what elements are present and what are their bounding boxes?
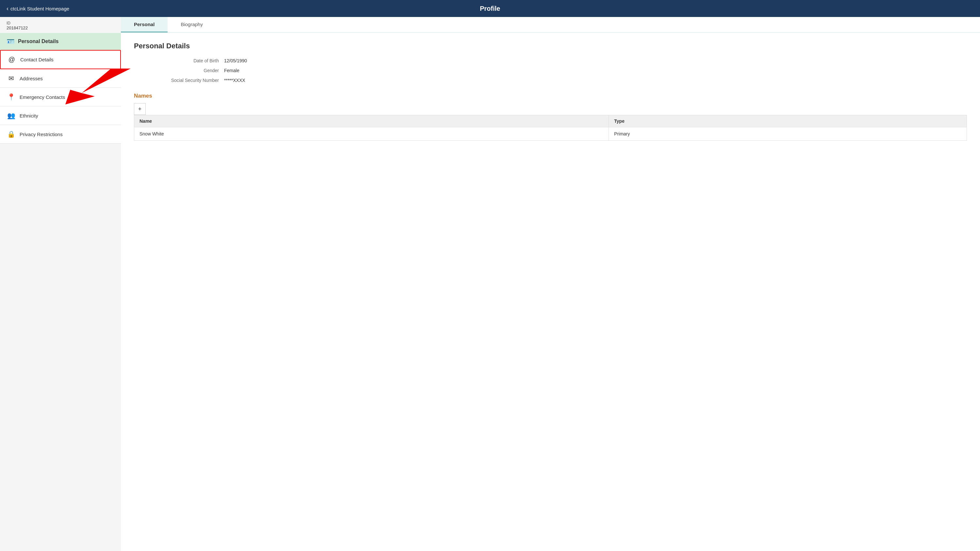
names-heading: Names xyxy=(134,93,967,99)
tab-personal[interactable]: Personal xyxy=(121,17,167,32)
sidebar: ID 201847122 🪪 Personal Details @ Contac… xyxy=(0,17,121,551)
tab-biography[interactable]: Biography xyxy=(167,17,216,32)
table-header-name: Name xyxy=(134,115,609,127)
sidebar-item-label-addresses: Addresses xyxy=(20,76,43,81)
add-name-button[interactable]: + xyxy=(134,103,146,115)
back-label: ctcLink Student Homepage xyxy=(10,6,69,11)
contact-details-icon: @ xyxy=(7,56,16,64)
user-id-section: ID 201847122 xyxy=(0,17,121,33)
sidebar-item-label-emergency-contacts: Emergency Contacts xyxy=(20,94,65,100)
sidebar-section-header: 🪪 Personal Details xyxy=(0,33,121,50)
user-id-value: 201847122 xyxy=(6,25,115,30)
details-grid: Date of Birth 12/05/1990 Gender Female S… xyxy=(134,58,967,83)
content-area: Personal Biography Personal Details Date… xyxy=(121,17,980,551)
emergency-contacts-icon: 📍 xyxy=(6,93,16,101)
detail-value-ssn: *****XXXX xyxy=(224,78,245,83)
detail-value-dob: 12/05/1990 xyxy=(224,58,247,64)
tab-bar: Personal Biography xyxy=(121,17,980,33)
sidebar-item-privacy-restrictions[interactable]: 🔒 Privacy Restrictions xyxy=(0,125,121,144)
names-table: Name Type Snow White Primary xyxy=(134,115,967,141)
top-nav: ‹ ctcLink Student Homepage Profile xyxy=(0,0,980,17)
sidebar-item-ethnicity[interactable]: 👥 Ethnicity xyxy=(0,106,121,125)
sidebar-item-emergency-contacts[interactable]: 📍 Emergency Contacts xyxy=(0,88,121,106)
detail-row-dob: Date of Birth 12/05/1990 xyxy=(134,58,967,64)
sidebar-item-addresses[interactable]: ✉ Addresses xyxy=(0,69,121,88)
back-arrow-icon: ‹ xyxy=(6,5,8,12)
privacy-restrictions-icon: 🔒 xyxy=(6,130,16,138)
table-cell-name: Snow White xyxy=(134,127,609,141)
table-cell-type: Primary xyxy=(609,127,967,141)
sidebar-section-title: Personal Details xyxy=(18,38,59,44)
main-layout: ID 201847122 🪪 Personal Details @ Contac… xyxy=(0,17,980,551)
detail-label-ssn: Social Security Number xyxy=(134,78,219,83)
sidebar-item-label-privacy-restrictions: Privacy Restrictions xyxy=(20,132,63,137)
ethnicity-icon: 👥 xyxy=(6,112,16,119)
detail-value-gender: Female xyxy=(224,68,239,73)
detail-label-dob: Date of Birth xyxy=(134,58,219,64)
user-id-label: ID xyxy=(6,21,115,25)
sidebar-item-label-ethnicity: Ethnicity xyxy=(20,113,38,119)
sidebar-item-label-contact-details: Contact Details xyxy=(20,57,54,62)
personal-details-icon: 🪪 xyxy=(6,38,15,45)
addresses-icon: ✉ xyxy=(6,75,16,82)
table-row: Snow White Primary xyxy=(134,127,967,141)
content-inner: Personal Details Date of Birth 12/05/199… xyxy=(121,33,980,150)
detail-row-ssn: Social Security Number *****XXXX xyxy=(134,78,967,83)
table-header-type: Type xyxy=(609,115,967,127)
detail-row-gender: Gender Female xyxy=(134,68,967,73)
page-title: Profile xyxy=(480,5,500,13)
back-button[interactable]: ‹ ctcLink Student Homepage xyxy=(6,5,69,12)
section-title: Personal Details xyxy=(134,42,967,50)
detail-label-gender: Gender xyxy=(134,68,219,73)
sidebar-item-contact-details[interactable]: @ Contact Details xyxy=(0,50,121,69)
